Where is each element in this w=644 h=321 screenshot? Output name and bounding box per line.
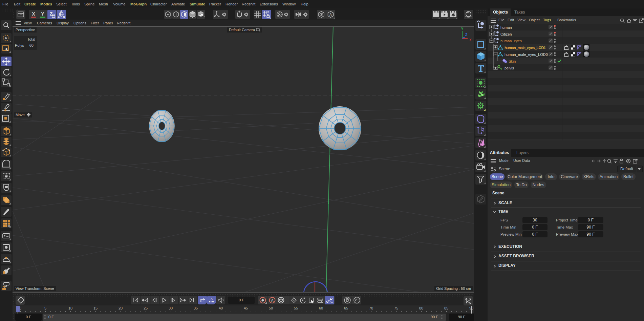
svg-text:human_eyes: human_eyes xyxy=(500,39,522,43)
svg-text:45: 45 xyxy=(244,306,248,310)
svg-text:65: 65 xyxy=(344,306,348,310)
svg-text:10: 10 xyxy=(68,306,72,310)
svg-text:A: A xyxy=(329,13,332,17)
svg-text:85: 85 xyxy=(444,306,448,310)
svg-text:25: 25 xyxy=(144,306,148,310)
svg-text:70: 70 xyxy=(369,306,373,310)
svg-text:5: 5 xyxy=(44,306,46,310)
svg-text:A: A xyxy=(271,298,273,302)
svg-text:35: 35 xyxy=(194,306,198,310)
svg-text:Citizen: Citizen xyxy=(500,32,512,36)
svg-text:X: X xyxy=(469,38,472,42)
svg-text:50: 50 xyxy=(269,306,273,310)
svg-text:20: 20 xyxy=(119,306,123,310)
svg-text:40: 40 xyxy=(219,306,223,310)
svg-text:55: 55 xyxy=(294,306,298,310)
svg-text:human: human xyxy=(500,25,512,29)
svg-text:pelvis: pelvis xyxy=(505,66,514,70)
svg-text:human_male_eyes_LOD1: human_male_eyes_LOD1 xyxy=(505,46,546,50)
svg-text:X: X xyxy=(32,11,35,17)
svg-text:80: 80 xyxy=(419,306,423,310)
svg-text:60: 60 xyxy=(319,306,323,310)
svg-text:Skin: Skin xyxy=(509,59,516,63)
svg-text:30: 30 xyxy=(169,306,173,310)
svg-text:Y: Y xyxy=(461,27,464,31)
svg-text:human_male_eyes_LOD0: human_male_eyes_LOD0 xyxy=(505,52,548,57)
svg-text:75: 75 xyxy=(394,306,398,310)
svg-text:15: 15 xyxy=(93,306,98,310)
svg-text:A: A xyxy=(211,297,213,301)
svg-text:Z: Z xyxy=(465,33,467,37)
svg-text:Y: Y xyxy=(41,11,44,17)
